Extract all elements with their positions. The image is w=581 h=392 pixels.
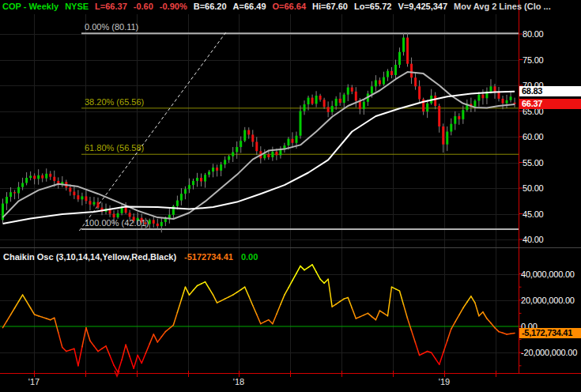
chart-canvas[interactable]: [0, 0, 581, 392]
price-axis-label: 80.00: [523, 29, 544, 39]
oscillator-value2: 0.00: [241, 252, 258, 262]
moving-average-slow: [3, 92, 515, 224]
quote-field: O=66.64: [273, 2, 307, 13]
quote-field: Mov Avg 2 Lines (Clo ...: [454, 2, 551, 13]
x-axis-year-label: '18: [228, 377, 250, 386]
price-axis-label: 75.00: [523, 55, 544, 65]
ma-value-badge: 68.83: [519, 86, 581, 96]
oscillator-legend: Chaikin Osc (3,10,14,14,Yellow,Red,Black…: [3, 252, 258, 262]
chart-window: COP - WeeklyNYSEL=66.37-0.60-0.90%B=66.2…: [0, 0, 581, 392]
oscillator-value: -5172734.41: [184, 252, 233, 262]
moving-average-fast: [3, 72, 515, 219]
quote-field: -0.90%: [160, 2, 187, 13]
x-axis-year-label: '19: [433, 377, 455, 386]
price-axis-label: 55.00: [523, 158, 544, 168]
osc-axis-label: 20,000,000.00: [521, 296, 575, 305]
quote-field: Hi=67.60: [312, 2, 348, 13]
price-axis-label: 60.00: [523, 132, 544, 141]
quote-field: A=66.49: [233, 2, 266, 13]
fib-level-label: 0.00% (80.11): [85, 22, 138, 32]
x-axis-year-label: '17: [23, 377, 45, 386]
chaikin-oscillator-line: [3, 265, 515, 372]
quote-field: L=66.37: [95, 2, 127, 13]
price-axis-label: 40.00: [523, 235, 544, 244]
quote-field: Lo=65.72: [354, 2, 391, 13]
quote-field: NYSE: [65, 2, 89, 13]
quote-bar: COP - WeeklyNYSEL=66.37-0.60-0.90%B=66.2…: [2, 2, 551, 13]
price-axis-label: 45.00: [523, 209, 544, 219]
quote-field: -0.60: [134, 2, 153, 13]
candlestick-series: [2, 32, 516, 232]
quote-field: V=9,425,347: [398, 2, 447, 13]
fib-level-label: 61.80% (56.58): [85, 143, 144, 153]
osc-value-badge: -5,172,734.41: [519, 328, 581, 338]
fib-level-label: 100.00% (42.01): [85, 218, 149, 228]
osc-axis-label: -20,000,000.00: [521, 348, 577, 357]
quote-field: B=66.20: [194, 2, 227, 13]
osc-axis-label: 40,000,000.00: [521, 270, 575, 279]
last-price-badge: 66.37: [519, 99, 581, 109]
price-axis-label: 50.00: [523, 183, 544, 193]
fib-level-label: 38.20% (65.56): [85, 97, 144, 107]
oscillator-name: Chaikin Osc (3,10,14,14,Yellow,Red,Black…: [3, 252, 176, 262]
quote-field: COP - Weekly: [2, 2, 58, 13]
